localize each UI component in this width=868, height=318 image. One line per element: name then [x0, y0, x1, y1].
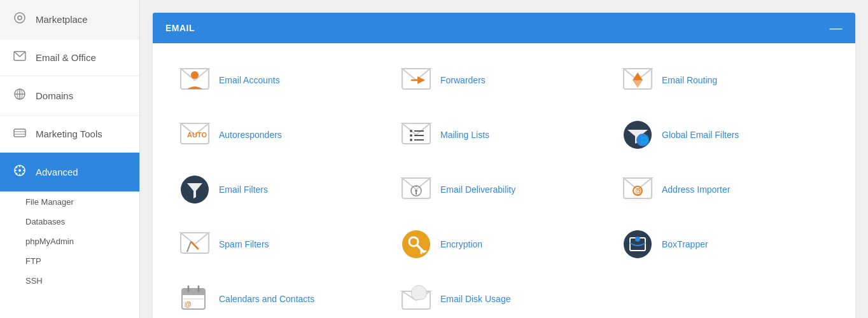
marketing-tools-icon: [13, 127, 27, 141]
svg-line-59: [187, 242, 191, 252]
svg-text:@: @: [635, 188, 641, 195]
mailing-lists-label: Mailing Lists: [440, 130, 489, 140]
email-routing-icon: [621, 64, 654, 97]
autoresponders-icon: AUTO: [178, 118, 211, 151]
svg-point-1: [18, 16, 22, 20]
sidebar-subitem-databases[interactable]: Databases: [0, 212, 139, 232]
email-section-collapse[interactable]: —: [830, 22, 843, 34]
marketplace-icon: [13, 11, 27, 27]
sidebar-item-advanced[interactable]: Advanced: [0, 153, 139, 192]
boxtrapper-icon: [621, 228, 654, 261]
spam-filters-item[interactable]: Spam Filters: [172, 220, 393, 268]
sidebar: Marketplace Email & Office Domains: [0, 0, 140, 318]
address-importer-label: Address Importer: [662, 184, 730, 195]
svg-text:🌐: 🌐: [640, 136, 648, 144]
email-disk-usage-label: Email Disk Usage: [440, 294, 510, 304]
sidebar-subitem-phpmyadmin[interactable]: phpMyAdmin: [0, 232, 139, 251]
svg-marker-30: [633, 80, 643, 88]
email-deliverability-label: Email Deliverability: [440, 184, 515, 195]
spam-filters-label: Spam Filters: [219, 239, 269, 249]
svg-marker-24: [402, 69, 430, 80]
email-accounts-icon: [178, 64, 211, 97]
sidebar-item-marketplace-label: Marketplace: [36, 14, 88, 25]
email-deliverability-item[interactable]: Email Deliverability: [393, 165, 615, 214]
svg-line-19: [16, 173, 17, 174]
forwarders-item[interactable]: Forwarders: [393, 56, 615, 104]
advanced-icon: [13, 164, 27, 180]
encryption-icon: [400, 228, 433, 261]
calendars-contacts-label: Calendars and Contacts: [219, 294, 314, 304]
address-importer-item[interactable]: @ Address Importer: [615, 165, 836, 214]
boxtrapper-item[interactable]: BoxTrapper: [615, 220, 836, 268]
svg-point-50: [415, 190, 417, 192]
sidebar-subitem-file-manager[interactable]: File Manager: [0, 192, 139, 212]
email-accounts-label: Email Accounts: [219, 75, 280, 85]
svg-point-11: [18, 169, 21, 172]
email-disk-usage-icon: [400, 282, 433, 315]
spam-filters-icon: [178, 228, 211, 261]
sidebar-item-marketing-tools[interactable]: Marketing Tools: [0, 116, 139, 153]
sidebar-item-email-office[interactable]: Email & Office: [0, 39, 139, 76]
svg-line-16: [16, 167, 17, 168]
svg-point-65: [624, 230, 652, 258]
email-filters-icon: [178, 173, 211, 206]
boxtrapper-label: BoxTrapper: [662, 239, 708, 249]
sidebar-item-domains[interactable]: Domains: [0, 76, 139, 116]
sidebar-subitem-ftp[interactable]: FTP: [0, 251, 139, 271]
address-importer-icon: @: [621, 173, 654, 206]
svg-point-0: [15, 13, 25, 23]
encryption-item[interactable]: Encryption: [393, 220, 615, 268]
main-content: EMAIL — Email Accounts: [140, 0, 868, 318]
global-email-filters-icon: 🌐: [621, 118, 654, 151]
email-section-title: EMAIL: [165, 23, 195, 33]
sidebar-item-marketing-tools-label: Marketing Tools: [36, 128, 102, 139]
email-routing-label: Email Routing: [662, 75, 717, 85]
calendars-contacts-item[interactable]: @ Calendars and Contacts: [172, 275, 393, 318]
sidebar-item-domains-label: Domains: [36, 90, 73, 101]
sidebar-item-advanced-label: Advanced: [36, 167, 78, 177]
forwarders-label: Forwarders: [440, 75, 486, 85]
email-section-header[interactable]: EMAIL —: [153, 13, 855, 43]
email-office-icon: [13, 51, 27, 64]
svg-marker-29: [633, 73, 643, 80]
email-routing-item[interactable]: Email Routing: [615, 56, 836, 104]
svg-point-36: [410, 130, 412, 132]
svg-line-17: [22, 173, 24, 174]
email-filters-item[interactable]: Email Filters: [172, 165, 393, 214]
sidebar-item-email-office-label: Email & Office: [36, 52, 96, 63]
email-disk-usage-item[interactable]: Email Disk Usage: [393, 275, 615, 318]
svg-point-22: [191, 71, 199, 79]
forwarders-icon: [400, 64, 433, 97]
svg-point-40: [410, 139, 412, 141]
mailing-lists-icon: [400, 118, 433, 151]
mailing-lists-item[interactable]: Mailing Lists: [393, 111, 615, 159]
calendars-contacts-icon: @: [178, 282, 211, 315]
sidebar-item-marketplace[interactable]: Marketplace: [0, 0, 139, 39]
email-filters-label: Email Filters: [219, 184, 268, 195]
global-email-filters-item[interactable]: 🌐 Global Email Filters: [615, 111, 836, 159]
svg-line-18: [22, 167, 24, 168]
domains-icon: [13, 88, 27, 104]
svg-marker-57: [181, 233, 209, 244]
svg-text:@: @: [185, 300, 192, 308]
email-section: EMAIL — Email Accounts: [153, 13, 855, 318]
sidebar-subitem-ssh[interactable]: SSH: [0, 271, 139, 291]
svg-rect-7: [14, 129, 25, 137]
autoresponders-label: Autoresponders: [219, 130, 282, 140]
svg-point-38: [410, 134, 412, 137]
autoresponders-item[interactable]: AUTO Autoresponders: [172, 111, 393, 159]
global-email-filters-label: Global Email Filters: [662, 130, 739, 140]
svg-marker-35: [402, 123, 430, 135]
email-deliverability-icon: [400, 173, 433, 206]
svg-rect-69: [182, 289, 205, 295]
email-accounts-item[interactable]: Email Accounts: [172, 56, 393, 104]
svg-text:AUTO: AUTO: [187, 131, 207, 139]
svg-point-67: [635, 237, 640, 242]
email-section-body: Email Accounts Forwarders: [153, 43, 855, 318]
encryption-label: Encryption: [440, 239, 482, 249]
svg-marker-47: [402, 178, 430, 190]
